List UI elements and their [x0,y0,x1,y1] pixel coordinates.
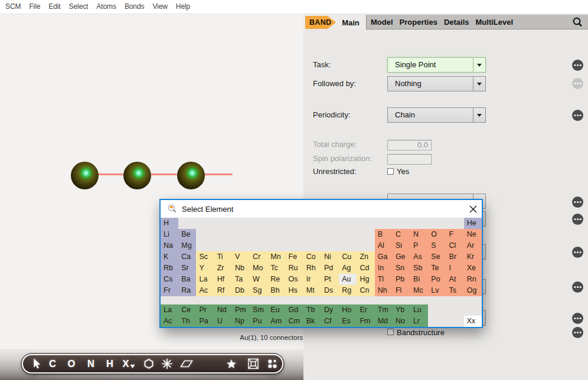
bandstructure-checkbox[interactable] [387,329,394,335]
element-Tl[interactable]: Tl [375,274,393,285]
element-Po[interactable]: Po [428,274,446,285]
element-S[interactable]: S [428,240,446,251]
element-Ag[interactable]: Ag [339,263,357,274]
element-Al[interactable]: Al [375,240,393,251]
element-Mo[interactable]: Mo [250,263,267,274]
element-Gd[interactable]: Gd [286,304,303,316]
element-Cd[interactable]: Cd [357,263,374,274]
element-Cf[interactable]: Cf [321,316,339,327]
element-Cn[interactable]: Cn [357,285,374,296]
element-O[interactable]: O [428,229,446,240]
element-Mt[interactable]: Mt [303,285,321,296]
element-Hs[interactable]: Hs [286,285,303,296]
element-Na[interactable]: Na [161,240,178,251]
more-options-periodicity[interactable] [572,110,583,121]
element-Te[interactable]: Te [428,263,446,274]
element-Fl[interactable]: Fl [393,285,410,296]
element-Pd[interactable]: Pd [321,263,339,274]
element-Cs[interactable]: Cs [161,274,178,285]
more-options-hidden-row-3[interactable] [572,247,583,258]
frame-tool[interactable] [248,355,259,372]
element-I[interactable]: I [446,263,464,274]
element-Cl[interactable]: Cl [446,240,464,251]
element-W[interactable]: W [250,274,267,285]
element-Si[interactable]: Si [393,240,410,251]
element-Zr[interactable]: Zr [214,263,232,274]
dialog-titlebar[interactable]: Select Element [161,200,482,218]
element-No[interactable]: No [393,316,410,327]
element-Pa[interactable]: Pa [196,316,214,327]
menu-bonds[interactable]: Bonds [125,0,145,14]
menu-select[interactable]: Select [69,0,89,14]
menu-help[interactable]: Help [176,0,190,14]
element-Pt[interactable]: Pt [321,274,339,285]
element-Ba[interactable]: Ba [178,274,196,285]
nitrogen-tool[interactable]: N [87,355,94,372]
element-Og[interactable]: Og [464,285,482,296]
ring-tool[interactable] [143,355,155,372]
atom-Au-1[interactable] [71,162,99,189]
element-Lr[interactable]: Lr [410,316,428,327]
element-Fm[interactable]: Fm [357,316,374,327]
element-N[interactable]: N [410,229,428,240]
element-Tm[interactable]: Tm [375,304,393,316]
element-Ge[interactable]: Ge [393,251,410,263]
element-C[interactable]: C [393,229,410,240]
element-Bk[interactable]: Bk [303,316,321,327]
element-Ne[interactable]: Ne [464,229,482,240]
tab-main[interactable]: Main [336,16,365,29]
element-Es[interactable]: Es [339,316,357,327]
more-options-hidden-row-1[interactable] [572,196,583,208]
element-Nh[interactable]: Nh [375,285,393,296]
element-Mg[interactable]: Mg [178,240,196,251]
element-Rh[interactable]: Rh [303,263,321,274]
carbon-tool[interactable]: C [49,355,56,372]
element-K[interactable]: K [161,251,178,263]
element-Yb[interactable]: Yb [393,304,410,316]
element-Fr[interactable]: Fr [161,285,178,296]
element-Sc[interactable]: Sc [196,251,214,263]
element-Hf[interactable]: Hf [214,274,232,285]
element-Ru[interactable]: Ru [286,263,303,274]
element-Ar[interactable]: Ar [464,240,482,251]
more-options-hidden-row-2[interactable] [572,214,583,225]
element-Dy[interactable]: Dy [321,304,339,316]
search-icon[interactable] [570,15,584,29]
tab-details[interactable]: Details [444,18,469,27]
element-Nb[interactable]: Nb [232,263,250,274]
followed-by-dropdown[interactable]: Nothing [387,76,486,91]
element-Fe[interactable]: Fe [286,251,303,263]
menu-view[interactable]: View [152,0,167,14]
menu-atoms[interactable]: Atoms [96,0,116,14]
element-Ho[interactable]: Ho [339,304,357,316]
crystal-tool[interactable] [162,355,173,372]
element-Cr[interactable]: Cr [250,251,267,263]
element-P[interactable]: P [410,240,428,251]
element-Pb[interactable]: Pb [393,274,410,285]
total-charge-input[interactable]: 0.0 [387,140,432,150]
more-options-bandstructure[interactable] [572,327,583,338]
element-Ac[interactable]: Ac [161,316,178,327]
oxygen-tool[interactable]: O [68,355,76,372]
element-Sg[interactable]: Sg [250,285,267,296]
periodicity-dropdown[interactable]: Chain [387,107,486,123]
element-Ca[interactable]: Ca [178,251,196,263]
element-Ds[interactable]: Ds [321,285,339,296]
element-Hg[interactable]: Hg [357,274,374,285]
element-Mn[interactable]: Mn [267,251,285,263]
element-Bi[interactable]: Bi [410,274,428,285]
element-Np[interactable]: Np [232,316,250,327]
element-As[interactable]: As [410,251,428,263]
periodicity-dropdown-arrow-icon[interactable] [473,108,485,122]
element-Am[interactable]: Am [267,316,285,327]
element-Rf[interactable]: Rf [214,285,232,296]
element-Kr[interactable]: Kr [464,251,482,263]
element-Be[interactable]: Be [178,229,196,240]
more-options-task[interactable] [572,60,583,71]
unrestricted-checkbox[interactable] [387,168,394,175]
element-Ni[interactable]: Ni [321,251,339,263]
task-dropdown-arrow-icon[interactable] [473,58,485,72]
element-Ta[interactable]: Ta [232,274,250,285]
tab-multilevel[interactable]: MultiLevel [476,18,514,27]
element-Re[interactable]: Re [267,274,285,285]
